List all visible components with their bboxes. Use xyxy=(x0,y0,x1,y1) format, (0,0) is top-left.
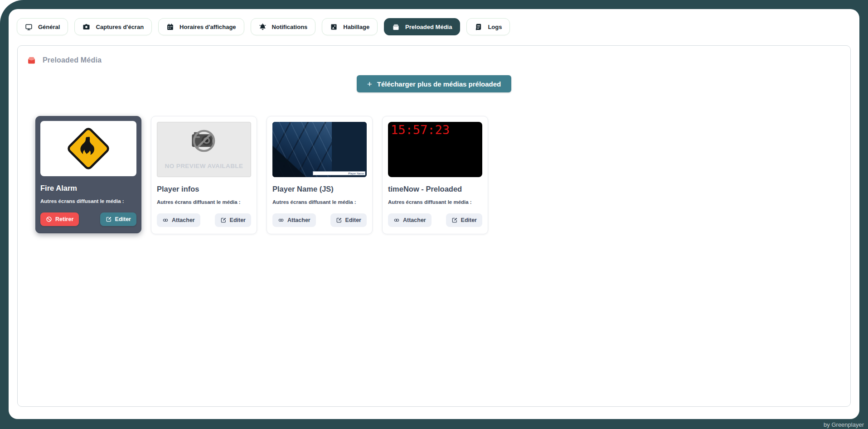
media-card-player-name-js[interactable]: Player Name Player Name (JS) Autres écra… xyxy=(267,116,373,234)
logs-icon xyxy=(475,23,482,31)
preview-caption: Player Name xyxy=(313,171,365,175)
fire-warning-sign-preview xyxy=(40,121,136,176)
card-actions: Retirer Editer xyxy=(40,212,136,226)
digital-clock-preview: 15:57:23 xyxy=(388,122,482,177)
edit-icon xyxy=(106,216,112,222)
attacher-button[interactable]: Attacher xyxy=(157,213,200,227)
upload-button-label: Télécharger plus de médias préloaded xyxy=(377,80,501,88)
media-card-fire-alarm[interactable]: Fire Alarm Autres écrans diffusant le mé… xyxy=(35,116,141,233)
tab-logs[interactable]: Logs xyxy=(466,18,510,35)
tab-label: Notifications xyxy=(272,24,308,30)
plus-icon: + xyxy=(367,80,372,88)
red-box-icon xyxy=(27,55,36,65)
button-label: Editer xyxy=(345,217,361,223)
tab-horaires[interactable]: Horaires d'affichage xyxy=(158,18,244,35)
fire-warning-sign-icon xyxy=(65,125,112,172)
tab-captures[interactable]: Captures d'écran xyxy=(74,18,152,35)
button-label: Attacher xyxy=(172,217,195,223)
card-title: timeNow - Preloaded xyxy=(388,185,482,193)
bell-icon xyxy=(259,23,267,31)
preloaded-media-panel: Preloaded Média + Télécharger plus de mé… xyxy=(17,45,851,407)
tab-notifications[interactable]: Notifications xyxy=(251,18,316,35)
link-icon xyxy=(393,217,400,223)
ban-icon xyxy=(46,216,52,222)
camera-icon xyxy=(82,23,90,31)
no-preview-text: NO PREVIEW AVAILABLE xyxy=(157,163,251,169)
upload-row: + Télécharger plus de médias préloaded xyxy=(27,75,841,92)
attacher-button[interactable]: Attacher xyxy=(388,213,432,227)
attacher-button[interactable]: Attacher xyxy=(272,213,316,227)
panel-header: Preloaded Média xyxy=(27,55,841,65)
card-subtitle: Autres écrans diffusant le média : xyxy=(40,198,136,204)
edit-icon xyxy=(336,217,342,223)
tab-label: Horaires d'affichage xyxy=(179,24,236,30)
no-camera-icon xyxy=(187,127,221,155)
edit-icon xyxy=(451,217,458,223)
card-actions: Attacher Editer xyxy=(157,213,251,227)
media-card-player-infos[interactable]: NO PREVIEW AVAILABLE Player infos Autres… xyxy=(151,116,257,234)
section-title: Preloaded Média xyxy=(43,56,102,64)
editer-button[interactable]: Editer xyxy=(446,213,482,227)
tab-habillage[interactable]: Habillage xyxy=(322,18,378,35)
editer-button[interactable]: Editer xyxy=(100,212,136,226)
link-icon xyxy=(162,217,169,223)
button-label: Retirer xyxy=(55,216,73,222)
card-title: Fire Alarm xyxy=(40,184,136,193)
button-label: Attacher xyxy=(403,217,426,223)
tab-general[interactable]: Général xyxy=(17,18,68,35)
link-icon xyxy=(278,217,284,223)
tab-bar: Général Captures d'écran Horaires d'affi… xyxy=(9,9,859,40)
media-card-grid: Fire Alarm Autres écrans diffusant le mé… xyxy=(35,116,841,234)
upload-more-media-button[interactable]: + Télécharger plus de médias préloaded xyxy=(357,75,512,92)
building-photo-left xyxy=(272,122,332,177)
calendar-icon xyxy=(166,23,174,31)
clock-time-text: 15:57:23 xyxy=(391,123,450,137)
editer-button[interactable]: Editer xyxy=(215,213,251,227)
media-card-timenow[interactable]: 15:57:23 timeNow - Preloaded Autres écra… xyxy=(382,116,488,234)
tab-preloaded-media[interactable]: Preloaded Média xyxy=(384,18,460,35)
edit-icon xyxy=(220,217,227,223)
card-actions: Attacher Editer xyxy=(272,213,367,227)
editer-button[interactable]: Editer xyxy=(330,213,367,227)
building-photo-right xyxy=(332,122,367,177)
monitor-icon xyxy=(25,23,33,31)
card-subtitle: Autres écrans diffusant le média : xyxy=(388,199,482,205)
card-title: Player infos xyxy=(157,185,251,193)
card-title: Player Name (JS) xyxy=(272,185,367,193)
no-preview-placeholder: NO PREVIEW AVAILABLE xyxy=(157,122,251,177)
tab-label: Captures d'écran xyxy=(96,24,144,30)
card-subtitle: Autres écrans diffusant le média : xyxy=(157,199,251,205)
image-icon xyxy=(330,23,338,31)
footer-credit: by Greenplayer xyxy=(824,421,864,428)
button-label: Editer xyxy=(461,217,477,223)
tab-label: Logs xyxy=(488,24,502,30)
button-label: Attacher xyxy=(287,217,310,223)
card-subtitle: Autres écrans diffusant le média : xyxy=(272,199,367,205)
button-label: Editer xyxy=(115,216,131,222)
card-actions: Attacher Editer xyxy=(388,213,482,227)
tab-label: Habillage xyxy=(343,24,369,30)
box-icon xyxy=(392,23,400,31)
tab-label: Général xyxy=(38,24,60,30)
app-container: Général Captures d'écran Horaires d'affi… xyxy=(9,9,859,419)
building-photo-preview: Player Name xyxy=(272,122,367,177)
tab-label: Preloaded Média xyxy=(405,24,452,30)
button-label: Editer xyxy=(230,217,246,223)
retirer-button[interactable]: Retirer xyxy=(40,212,79,226)
